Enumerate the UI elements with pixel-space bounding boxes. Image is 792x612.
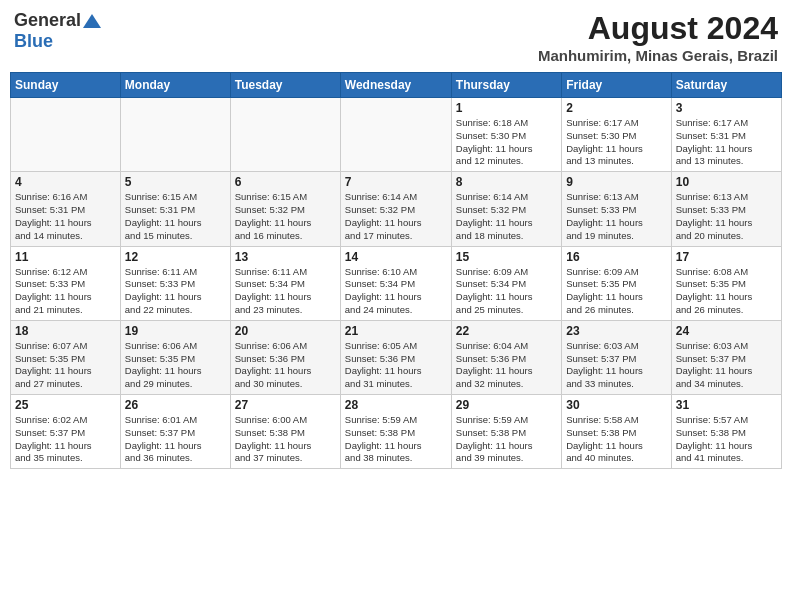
- calendar-cell: [11, 98, 121, 172]
- calendar-cell: 14Sunrise: 6:10 AM Sunset: 5:34 PM Dayli…: [340, 246, 451, 320]
- calendar-cell: 2Sunrise: 6:17 AM Sunset: 5:30 PM Daylig…: [562, 98, 671, 172]
- page-title: August 2024: [538, 10, 778, 47]
- day-info: Sunrise: 6:01 AM Sunset: 5:37 PM Dayligh…: [125, 414, 226, 465]
- day-info: Sunrise: 6:05 AM Sunset: 5:36 PM Dayligh…: [345, 340, 447, 391]
- day-info: Sunrise: 6:11 AM Sunset: 5:33 PM Dayligh…: [125, 266, 226, 317]
- day-info: Sunrise: 6:13 AM Sunset: 5:33 PM Dayligh…: [566, 191, 666, 242]
- calendar-cell: [340, 98, 451, 172]
- day-info: Sunrise: 6:04 AM Sunset: 5:36 PM Dayligh…: [456, 340, 557, 391]
- day-info: Sunrise: 6:03 AM Sunset: 5:37 PM Dayligh…: [676, 340, 777, 391]
- calendar-week-row: 18Sunrise: 6:07 AM Sunset: 5:35 PM Dayli…: [11, 320, 782, 394]
- calendar-cell: 15Sunrise: 6:09 AM Sunset: 5:34 PM Dayli…: [451, 246, 561, 320]
- day-info: Sunrise: 6:12 AM Sunset: 5:33 PM Dayligh…: [15, 266, 116, 317]
- day-number: 26: [125, 398, 226, 412]
- svg-marker-0: [83, 14, 101, 28]
- weekday-header: Sunday: [11, 73, 121, 98]
- day-info: Sunrise: 6:15 AM Sunset: 5:31 PM Dayligh…: [125, 191, 226, 242]
- calendar-header-row: SundayMondayTuesdayWednesdayThursdayFrid…: [11, 73, 782, 98]
- day-info: Sunrise: 5:59 AM Sunset: 5:38 PM Dayligh…: [345, 414, 447, 465]
- calendar-cell: 24Sunrise: 6:03 AM Sunset: 5:37 PM Dayli…: [671, 320, 781, 394]
- day-number: 29: [456, 398, 557, 412]
- calendar-cell: 29Sunrise: 5:59 AM Sunset: 5:38 PM Dayli…: [451, 395, 561, 469]
- calendar-cell: 22Sunrise: 6:04 AM Sunset: 5:36 PM Dayli…: [451, 320, 561, 394]
- calendar-cell: 7Sunrise: 6:14 AM Sunset: 5:32 PM Daylig…: [340, 172, 451, 246]
- day-number: 19: [125, 324, 226, 338]
- day-number: 21: [345, 324, 447, 338]
- calendar-cell: 6Sunrise: 6:15 AM Sunset: 5:32 PM Daylig…: [230, 172, 340, 246]
- day-info: Sunrise: 6:06 AM Sunset: 5:36 PM Dayligh…: [235, 340, 336, 391]
- weekday-header: Friday: [562, 73, 671, 98]
- logo-icon: [83, 12, 101, 30]
- calendar-week-row: 4Sunrise: 6:16 AM Sunset: 5:31 PM Daylig…: [11, 172, 782, 246]
- calendar-cell: 30Sunrise: 5:58 AM Sunset: 5:38 PM Dayli…: [562, 395, 671, 469]
- calendar-cell: 8Sunrise: 6:14 AM Sunset: 5:32 PM Daylig…: [451, 172, 561, 246]
- page-header: General Blue August 2024 Manhumirim, Min…: [10, 10, 782, 64]
- day-number: 22: [456, 324, 557, 338]
- day-info: Sunrise: 6:17 AM Sunset: 5:31 PM Dayligh…: [676, 117, 777, 168]
- calendar-cell: 12Sunrise: 6:11 AM Sunset: 5:33 PM Dayli…: [120, 246, 230, 320]
- weekday-header: Wednesday: [340, 73, 451, 98]
- calendar-table: SundayMondayTuesdayWednesdayThursdayFrid…: [10, 72, 782, 469]
- day-number: 8: [456, 175, 557, 189]
- day-info: Sunrise: 6:06 AM Sunset: 5:35 PM Dayligh…: [125, 340, 226, 391]
- weekday-header: Tuesday: [230, 73, 340, 98]
- day-number: 5: [125, 175, 226, 189]
- day-number: 28: [345, 398, 447, 412]
- day-number: 3: [676, 101, 777, 115]
- day-number: 11: [15, 250, 116, 264]
- day-info: Sunrise: 6:09 AM Sunset: 5:34 PM Dayligh…: [456, 266, 557, 317]
- day-info: Sunrise: 6:14 AM Sunset: 5:32 PM Dayligh…: [456, 191, 557, 242]
- day-number: 24: [676, 324, 777, 338]
- day-number: 13: [235, 250, 336, 264]
- day-number: 14: [345, 250, 447, 264]
- day-number: 7: [345, 175, 447, 189]
- day-info: Sunrise: 6:13 AM Sunset: 5:33 PM Dayligh…: [676, 191, 777, 242]
- day-number: 16: [566, 250, 666, 264]
- calendar-cell: 28Sunrise: 5:59 AM Sunset: 5:38 PM Dayli…: [340, 395, 451, 469]
- day-number: 1: [456, 101, 557, 115]
- day-info: Sunrise: 6:03 AM Sunset: 5:37 PM Dayligh…: [566, 340, 666, 391]
- calendar-cell: [120, 98, 230, 172]
- calendar-cell: 23Sunrise: 6:03 AM Sunset: 5:37 PM Dayli…: [562, 320, 671, 394]
- calendar-cell: 1Sunrise: 6:18 AM Sunset: 5:30 PM Daylig…: [451, 98, 561, 172]
- calendar-cell: 20Sunrise: 6:06 AM Sunset: 5:36 PM Dayli…: [230, 320, 340, 394]
- calendar-cell: 4Sunrise: 6:16 AM Sunset: 5:31 PM Daylig…: [11, 172, 121, 246]
- day-number: 9: [566, 175, 666, 189]
- day-number: 2: [566, 101, 666, 115]
- day-info: Sunrise: 6:02 AM Sunset: 5:37 PM Dayligh…: [15, 414, 116, 465]
- day-info: Sunrise: 6:10 AM Sunset: 5:34 PM Dayligh…: [345, 266, 447, 317]
- weekday-header: Saturday: [671, 73, 781, 98]
- calendar-cell: 26Sunrise: 6:01 AM Sunset: 5:37 PM Dayli…: [120, 395, 230, 469]
- calendar-cell: 11Sunrise: 6:12 AM Sunset: 5:33 PM Dayli…: [11, 246, 121, 320]
- day-info: Sunrise: 5:59 AM Sunset: 5:38 PM Dayligh…: [456, 414, 557, 465]
- day-info: Sunrise: 6:07 AM Sunset: 5:35 PM Dayligh…: [15, 340, 116, 391]
- calendar-cell: 18Sunrise: 6:07 AM Sunset: 5:35 PM Dayli…: [11, 320, 121, 394]
- calendar-week-row: 25Sunrise: 6:02 AM Sunset: 5:37 PM Dayli…: [11, 395, 782, 469]
- day-number: 12: [125, 250, 226, 264]
- calendar-cell: 10Sunrise: 6:13 AM Sunset: 5:33 PM Dayli…: [671, 172, 781, 246]
- calendar-cell: 31Sunrise: 5:57 AM Sunset: 5:38 PM Dayli…: [671, 395, 781, 469]
- day-number: 23: [566, 324, 666, 338]
- day-info: Sunrise: 6:17 AM Sunset: 5:30 PM Dayligh…: [566, 117, 666, 168]
- day-info: Sunrise: 6:18 AM Sunset: 5:30 PM Dayligh…: [456, 117, 557, 168]
- weekday-header: Thursday: [451, 73, 561, 98]
- calendar-cell: 16Sunrise: 6:09 AM Sunset: 5:35 PM Dayli…: [562, 246, 671, 320]
- calendar-cell: [230, 98, 340, 172]
- calendar-week-row: 11Sunrise: 6:12 AM Sunset: 5:33 PM Dayli…: [11, 246, 782, 320]
- page-subtitle: Manhumirim, Minas Gerais, Brazil: [538, 47, 778, 64]
- title-block: August 2024 Manhumirim, Minas Gerais, Br…: [538, 10, 778, 64]
- weekday-header: Monday: [120, 73, 230, 98]
- day-info: Sunrise: 6:14 AM Sunset: 5:32 PM Dayligh…: [345, 191, 447, 242]
- logo-blue-text: Blue: [14, 31, 53, 51]
- logo-general-text: General: [14, 10, 81, 31]
- day-info: Sunrise: 6:08 AM Sunset: 5:35 PM Dayligh…: [676, 266, 777, 317]
- calendar-cell: 3Sunrise: 6:17 AM Sunset: 5:31 PM Daylig…: [671, 98, 781, 172]
- calendar-cell: 17Sunrise: 6:08 AM Sunset: 5:35 PM Dayli…: [671, 246, 781, 320]
- day-number: 15: [456, 250, 557, 264]
- day-number: 25: [15, 398, 116, 412]
- calendar-cell: 25Sunrise: 6:02 AM Sunset: 5:37 PM Dayli…: [11, 395, 121, 469]
- day-info: Sunrise: 6:16 AM Sunset: 5:31 PM Dayligh…: [15, 191, 116, 242]
- day-number: 10: [676, 175, 777, 189]
- day-number: 4: [15, 175, 116, 189]
- day-number: 18: [15, 324, 116, 338]
